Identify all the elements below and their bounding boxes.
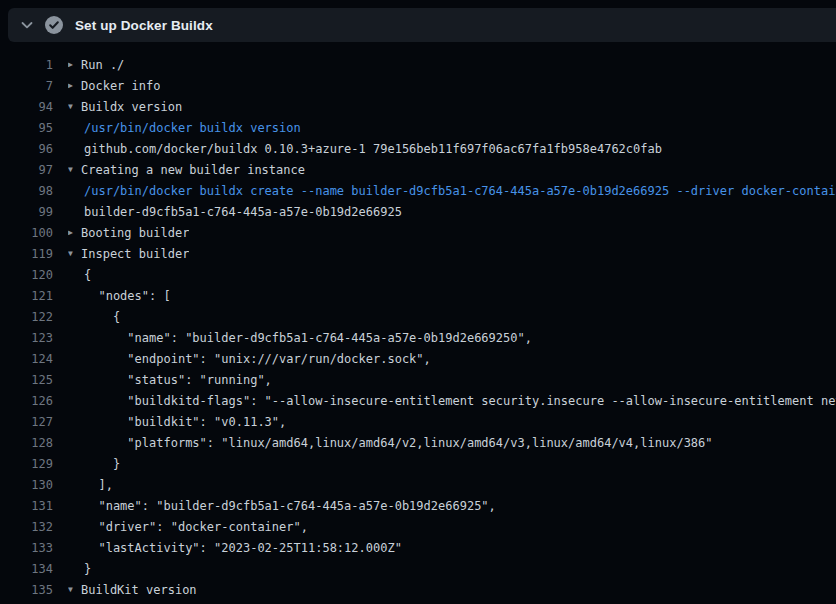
log-line[interactable]: 100 ▶ Booting builder	[0, 222, 836, 243]
log-text: Buildx version	[81, 100, 182, 114]
group-toggle-icon[interactable]: ▶	[68, 222, 81, 243]
log-text: }	[84, 457, 120, 471]
log-line-content: "buildkit": "v0.11.3",	[68, 415, 286, 429]
log-line: 131 "name": "builder-d9cfb5a1-c764-445a-…	[0, 495, 836, 516]
log-text: Run ./	[81, 58, 124, 72]
log-text: "driver": "docker-container",	[84, 520, 308, 534]
line-number[interactable]: 95	[0, 121, 53, 135]
log-line-content: "name": "builder-d9cfb5a1-c764-445a-a57e…	[68, 499, 496, 513]
log-text: "endpoint": "unix:///var/run/docker.sock…	[84, 352, 431, 366]
line-number[interactable]: 97	[0, 163, 53, 177]
log-line: 98 /usr/bin/docker buildx create --name …	[0, 180, 836, 201]
line-number[interactable]: 122	[0, 310, 53, 324]
line-number[interactable]: 121	[0, 289, 53, 303]
log-line: 99 builder-d9cfb5a1-c764-445a-a57e-0b19d…	[0, 201, 836, 222]
log-text: "platforms": "linux/amd64,linux/amd64/v2…	[84, 436, 713, 450]
line-number[interactable]: 129	[0, 457, 53, 471]
log-line-content: "endpoint": "unix:///var/run/docker.sock…	[68, 352, 431, 366]
line-number[interactable]: 98	[0, 184, 53, 198]
log-line-content: }	[68, 457, 120, 471]
log-line-content: github.com/docker/buildx 0.10.3+azure-1 …	[68, 142, 662, 156]
log-text: "buildkit": "v0.11.3",	[84, 415, 286, 429]
log-line[interactable]: 1 ▶ Run ./	[0, 54, 836, 75]
log-text: }	[84, 562, 91, 576]
line-number[interactable]: 123	[0, 331, 53, 345]
group-toggle-icon[interactable]: ▼	[68, 243, 81, 264]
log-text: {	[84, 268, 91, 282]
log-text: "lastActivity": "2023-02-25T11:58:12.000…	[84, 541, 402, 555]
log-line: 136 builder-d9cfb5a1-c764-445a-a57e-0b19…	[0, 600, 836, 604]
log-line-content: ▼ BuildKit version	[68, 579, 197, 600]
chevron-down-icon[interactable]	[19, 17, 35, 33]
log-line: 130 ],	[0, 474, 836, 495]
line-number[interactable]: 133	[0, 541, 53, 555]
group-toggle-icon[interactable]: ▼	[68, 579, 81, 600]
log-line-content: "status": "running",	[68, 373, 272, 387]
log-text: Creating a new builder instance	[81, 163, 305, 177]
group-toggle-icon[interactable]: ▶	[68, 54, 81, 75]
log-line-content: "name": "builder-d9cfb5a1-c764-445a-a57e…	[68, 331, 532, 345]
line-number[interactable]: 131	[0, 499, 53, 513]
log-line: 121 "nodes": [	[0, 285, 836, 306]
line-number[interactable]: 135	[0, 583, 53, 597]
line-number[interactable]: 127	[0, 415, 53, 429]
line-number[interactable]: 7	[0, 79, 53, 93]
log-text: "nodes": [	[84, 289, 171, 303]
line-number[interactable]: 96	[0, 142, 53, 156]
log-line: 123 "name": "builder-d9cfb5a1-c764-445a-…	[0, 327, 836, 348]
log-line-content: ],	[68, 478, 113, 492]
log-line[interactable]: 94 ▼ Buildx version	[0, 96, 836, 117]
log-line: 124 "endpoint": "unix:///var/run/docker.…	[0, 348, 836, 369]
step-header[interactable]: Set up Docker Buildx	[8, 8, 836, 42]
log-line: 95 /usr/bin/docker buildx version	[0, 117, 836, 138]
log-line: 126 "buildkitd-flags": "--allow-insecure…	[0, 390, 836, 411]
log-line-content: "buildkitd-flags": "--allow-insecure-ent…	[68, 394, 836, 408]
log-text: /usr/bin/docker buildx create --name bui…	[84, 184, 836, 198]
log-text: {	[84, 310, 120, 324]
log-line[interactable]: 7 ▶ Docker info	[0, 75, 836, 96]
group-toggle-icon[interactable]: ▼	[68, 96, 81, 117]
log-line-content: ▼ Creating a new builder instance	[68, 159, 305, 180]
line-number[interactable]: 120	[0, 268, 53, 282]
line-number[interactable]: 119	[0, 247, 53, 261]
group-toggle-icon[interactable]: ▼	[68, 159, 81, 180]
line-number[interactable]: 126	[0, 394, 53, 408]
log-text: builder-d9cfb5a1-c764-445a-a57e-0b19d2e6…	[84, 205, 402, 219]
log-line-content: ▶ Run ./	[68, 54, 124, 75]
log-line-content: /usr/bin/docker buildx version	[68, 121, 301, 135]
log-line: 134 }	[0, 558, 836, 579]
line-number[interactable]: 132	[0, 520, 53, 534]
log-line: 132 "driver": "docker-container",	[0, 516, 836, 537]
log-line: 120 {	[0, 264, 836, 285]
log-line: 127 "buildkit": "v0.11.3",	[0, 411, 836, 432]
line-number[interactable]: 1	[0, 58, 53, 72]
log-line-content: ▶ Docker info	[68, 75, 160, 96]
log-line: 96 github.com/docker/buildx 0.10.3+azure…	[0, 138, 836, 159]
line-number[interactable]: 99	[0, 205, 53, 219]
log-line-content: ▼ Inspect builder	[68, 243, 189, 264]
log-text: /usr/bin/docker buildx version	[84, 121, 301, 135]
line-number[interactable]: 125	[0, 373, 53, 387]
line-number[interactable]: 100	[0, 226, 53, 240]
log-line-content: {	[68, 310, 120, 324]
log-line-content: ▶ Booting builder	[68, 222, 189, 243]
group-toggle-icon[interactable]: ▶	[68, 75, 81, 96]
log-line: 125 "status": "running",	[0, 369, 836, 390]
line-number[interactable]: 94	[0, 100, 53, 114]
log-line[interactable]: 135 ▼ BuildKit version	[0, 579, 836, 600]
log-line: 133 "lastActivity": "2023-02-25T11:58:12…	[0, 537, 836, 558]
line-number[interactable]: 134	[0, 562, 53, 576]
log-line[interactable]: 119 ▼ Inspect builder	[0, 243, 836, 264]
log-text: "name": "builder-d9cfb5a1-c764-445a-a57e…	[84, 499, 496, 513]
log-text: Inspect builder	[81, 247, 189, 261]
log-line-content: "platforms": "linux/amd64,linux/amd64/v2…	[68, 436, 713, 450]
log-line[interactable]: 97 ▼ Creating a new builder instance	[0, 159, 836, 180]
line-number[interactable]: 128	[0, 436, 53, 450]
line-number[interactable]: 124	[0, 352, 53, 366]
log-text: Docker info	[81, 79, 160, 93]
line-number[interactable]: 130	[0, 478, 53, 492]
log-line-content: builder-d9cfb5a1-c764-445a-a57e-0b19d2e6…	[68, 205, 402, 219]
log-lines: 1 ▶ Run ./ 7 ▶ Docker info 94 ▼ Buildx v…	[0, 42, 836, 604]
log-line-content: "nodes": [	[68, 289, 171, 303]
log-text: github.com/docker/buildx 0.10.3+azure-1 …	[84, 142, 662, 156]
